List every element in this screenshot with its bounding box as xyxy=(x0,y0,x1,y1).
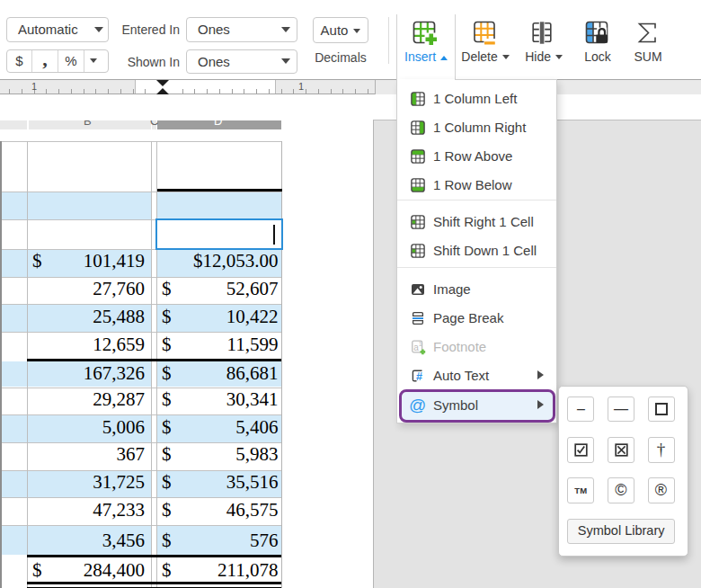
svg-text:1: 1 xyxy=(419,341,422,347)
svg-text:#: # xyxy=(416,370,422,383)
